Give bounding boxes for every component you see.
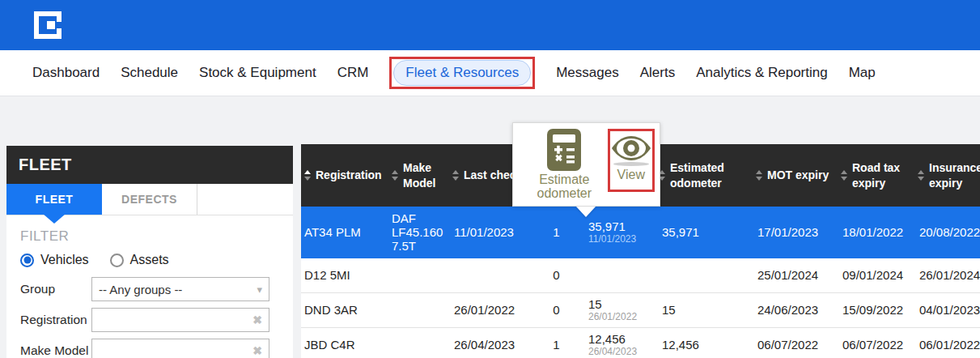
nav-item-schedule[interactable]: Schedule [121,65,178,81]
nav-item-dashboard[interactable]: Dashboard [32,65,100,81]
radio-assets-label: Assets [130,253,169,267]
cell-count[interactable]: 1 [534,327,579,358]
cell-make-model[interactable] [388,258,449,292]
cell-registration[interactable]: DND 3AR [301,292,388,327]
cell-last-check[interactable]: 26/04/2023 [449,327,534,358]
cell-make-model[interactable]: DAF LF45.160 7.5T [388,207,449,258]
cell-count[interactable]: 1 [534,207,579,258]
col-header-estimated-odometer[interactable]: Estimated odometer [655,144,753,207]
nav-item-alerts[interactable]: Alerts [640,65,675,81]
registration-input[interactable]: ✖ [91,308,269,332]
make-model-field-row: Make Model ✖ [20,339,279,358]
fleet-filter-panel: FLEET FLEET DEFECTS FILTER Vehicles Asse… [6,146,293,358]
sort-icon [452,170,459,181]
cell-odometer[interactable]: 12,45626/04/2023 [579,327,655,358]
estimate-odometer-label: Estimate odometer [521,173,608,201]
nav-item-analytics-reporting[interactable]: Analytics & Reporting [696,65,828,81]
make-model-input[interactable]: ✖ [91,339,269,358]
table-row[interactable]: JBD C4R 26/04/2023 1 12,45626/04/2023 12… [301,327,980,358]
cell-insurance-expiry[interactable]: 26/01/2024 [914,258,980,292]
cell-last-check[interactable]: 26/01/2022 [449,292,534,327]
sort-icon [304,170,311,181]
filter-heading: FILTER [20,228,279,245]
estimate-odometer-action[interactable]: Estimate odometer [521,129,608,206]
panel-title: FLEET [6,146,293,184]
cell-odometer-date: 11/01/2023 [588,233,655,245]
registration-field-row: Registration ✖ [20,308,279,332]
cell-registration[interactable]: AT34 PLM [301,207,388,258]
nav-item-map[interactable]: Map [849,65,876,81]
row-actions-popup: Estimate odometer View [512,122,660,207]
panel-tabs: FLEET DEFECTS [6,184,293,215]
cell-registration[interactable]: JBD C4R [301,327,388,358]
cell-odometer-date: 26/01/2022 [588,311,655,322]
cell-insurance-expiry[interactable]: 20/08/2022 [914,207,980,258]
col-header-road-tax-expiry[interactable]: Road tax expiry [838,144,914,207]
sort-icon [918,170,924,181]
cell-estimated-odometer[interactable] [655,258,753,292]
main-nav: Dashboard Schedule Stock & Equipment CRM… [0,50,980,96]
nav-item-crm[interactable]: CRM [337,65,369,81]
chevron-down-icon: ▾ [257,283,262,296]
tab-fleet[interactable]: FLEET [6,184,102,215]
cell-mot-expiry[interactable]: 25/01/2024 [753,258,838,292]
cell-registration[interactable]: D12 5MI [301,258,388,292]
filter-type-radios: Vehicles Assets [20,253,279,267]
eye-icon-shadow [613,162,649,166]
cell-mot-expiry[interactable]: 06/07/2022 [753,327,838,358]
sort-icon [392,170,398,181]
cell-road-tax-expiry[interactable]: 15/09/2022 [838,292,914,327]
table-row[interactable]: D12 5MI 0 25/01/2024 09/01/2024 26/01/20… [301,258,980,292]
cell-road-tax-expiry[interactable]: 06/07/2022 [838,327,914,358]
top-app-bar [0,0,980,50]
cell-odometer-date: 26/04/2023 [588,346,655,357]
nav-item-fleet-resources[interactable]: Fleet & Resources [393,60,531,86]
cell-odometer[interactable] [579,258,655,292]
group-select[interactable]: -- Any groups -- ▾ [91,277,269,301]
cell-mot-expiry[interactable]: 24/06/2023 [753,292,838,327]
clear-icon[interactable]: ✖ [252,313,262,326]
radio-assets-control[interactable] [110,254,124,267]
red-annotation-box-nav: Fleet & Resources [389,57,535,89]
radio-vehicles[interactable]: Vehicles [20,253,89,267]
group-field-row: Group -- Any groups -- ▾ [20,277,279,301]
radio-vehicles-control[interactable] [20,254,34,267]
table-row[interactable]: AT34 PLM DAF LF45.160 7.5T 11/01/2023 1 … [301,207,980,258]
registration-label: Registration [20,313,91,327]
cell-estimated-odometer[interactable]: 35,971 [655,207,753,258]
view-label: View [617,168,645,182]
make-model-label: Make Model [20,343,91,358]
nav-item-messages[interactable]: Messages [556,65,618,81]
cell-count[interactable]: 0 [534,292,579,327]
cell-insurance-expiry[interactable]: 04/01/2023 [914,292,980,327]
col-header-insurance-expiry[interactable]: Insurance expiry [914,144,980,207]
brand-logo-icon[interactable] [34,11,62,39]
view-action[interactable]: View [610,134,652,182]
cell-last-check[interactable]: 11/01/2023 [449,207,534,258]
cell-make-model[interactable] [388,292,449,327]
cell-road-tax-expiry[interactable]: 09/01/2024 [838,258,914,292]
cell-mot-expiry[interactable]: 17/01/2023 [753,207,838,258]
cell-estimated-odometer[interactable]: 15 [655,292,753,327]
nav-item-stock-equipment[interactable]: Stock & Equipment [199,65,316,81]
clear-icon[interactable]: ✖ [252,344,262,357]
tab-defects[interactable]: DEFECTS [102,184,197,215]
red-annotation-box-view: View [608,129,655,192]
col-header-registration[interactable]: Registration [301,144,388,207]
sort-icon [756,170,762,181]
col-header-mot-expiry[interactable]: MOT expiry [753,144,838,207]
app-window: Dashboard Schedule Stock & Equipment CRM… [0,0,980,358]
col-header-make-model[interactable]: Make Model [388,144,449,207]
cell-road-tax-expiry[interactable]: 18/01/2022 [838,207,914,258]
cell-count[interactable]: 0 [534,258,579,292]
radio-assets[interactable]: Assets [110,253,169,267]
cell-last-check[interactable] [449,258,534,292]
group-label: Group [20,282,91,296]
radio-vehicles-label: Vehicles [40,253,89,267]
table-row[interactable]: DND 3AR 26/01/2022 0 1526/01/2022 15 24/… [301,292,980,327]
cell-odometer[interactable]: 1526/01/2022 [579,292,655,327]
cell-insurance-expiry[interactable]: 06/01/2022 [914,327,980,358]
cell-estimated-odometer[interactable]: 12,456 [655,327,753,358]
group-select-value: -- Any groups -- [99,283,182,296]
cell-make-model[interactable] [388,327,449,358]
